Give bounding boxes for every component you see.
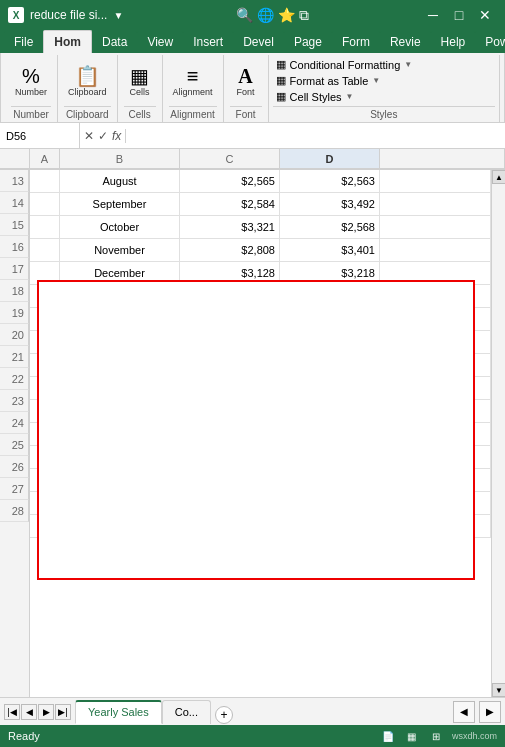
co-tab-label: Co... xyxy=(175,706,198,718)
tab-revie[interactable]: Revie xyxy=(380,31,431,53)
cancel-formula-button[interactable]: ✕ xyxy=(84,129,94,143)
status-page-icon[interactable]: 📄 xyxy=(380,728,396,744)
row-header-26[interactable]: 26 xyxy=(0,456,29,478)
row-header-15[interactable]: 15 xyxy=(0,214,29,236)
tab-nav-first-button[interactable]: |◀ xyxy=(4,704,20,720)
number-label: Number xyxy=(15,87,47,97)
row-header-20[interactable]: 20 xyxy=(0,324,29,346)
tab-nav-prev-button[interactable]: ◀ xyxy=(21,704,37,720)
tab-data[interactable]: Data xyxy=(92,31,137,53)
tab-nav-last-button[interactable]: ▶| xyxy=(55,704,71,720)
col-header-d[interactable]: D xyxy=(280,149,380,169)
tab-nav-next-button[interactable]: ▶ xyxy=(38,704,54,720)
spreadsheet: A B C D 13 14 15 16 17 18 19 20 21 22 23… xyxy=(0,149,505,697)
row-header-18[interactable]: 18 xyxy=(0,280,29,302)
cell-rest-15[interactable] xyxy=(380,216,491,238)
tab-page[interactable]: Page xyxy=(284,31,332,53)
tab-help[interactable]: Help xyxy=(431,31,476,53)
scroll-up-button[interactable]: ▲ xyxy=(492,170,505,184)
cell-a14[interactable] xyxy=(30,193,60,215)
yearly-sales-tab-label: Yearly Sales xyxy=(88,706,149,718)
cell-a15[interactable] xyxy=(30,216,60,238)
row-header-16[interactable]: 16 xyxy=(0,236,29,258)
row-header-19[interactable]: 19 xyxy=(0,302,29,324)
row-header-25[interactable]: 25 xyxy=(0,434,29,456)
format-table-dropdown-icon: ▼ xyxy=(372,76,380,85)
tab-file[interactable]: File xyxy=(4,31,43,53)
status-text: Ready xyxy=(8,730,40,742)
conditional-formatting-button[interactable]: ▦ Conditional Formatting ▼ xyxy=(273,57,495,72)
tab-insert[interactable]: Insert xyxy=(183,31,233,53)
tab-form[interactable]: Form xyxy=(332,31,380,53)
cell-b14[interactable]: September xyxy=(60,193,180,215)
clipboard-group-label: Clipboard xyxy=(64,106,111,122)
col-header-a[interactable]: A xyxy=(30,149,60,169)
cell-d13[interactable]: $2,563 xyxy=(280,170,380,192)
conditional-format-icon: ▦ xyxy=(276,58,286,71)
tab-view[interactable]: View xyxy=(137,31,183,53)
chart-box[interactable] xyxy=(37,280,475,580)
row-header-24[interactable]: 24 xyxy=(0,412,29,434)
close-button[interactable]: ✕ xyxy=(473,3,497,27)
name-box[interactable]: D56 xyxy=(0,123,80,148)
row-header-27[interactable]: 27 xyxy=(0,478,29,500)
tab-home[interactable]: Hom xyxy=(43,30,92,53)
scrollbar-track[interactable] xyxy=(492,184,505,683)
number-format-button[interactable]: % Number xyxy=(11,65,51,98)
format-as-table-button[interactable]: ▦ Format as Table ▼ xyxy=(273,73,495,88)
tab-scroll-right-button[interactable]: ▶ xyxy=(479,701,501,723)
status-layout-icon[interactable]: ⊞ xyxy=(428,728,444,744)
cells-icon: ▦ xyxy=(130,66,149,86)
cell-c13[interactable]: $2,565 xyxy=(180,170,280,192)
row-header-23[interactable]: 23 xyxy=(0,390,29,412)
alignment-button[interactable]: ≡ Alignment xyxy=(169,65,217,98)
col-header-c[interactable]: C xyxy=(180,149,280,169)
cell-rest-13[interactable] xyxy=(380,170,491,192)
tab-scroll-left-button[interactable]: ◀ xyxy=(453,701,475,723)
col-headers-row: A B C D xyxy=(0,149,505,170)
row-header-14[interactable]: 14 xyxy=(0,192,29,214)
ribbon-group-styles: ▦ Conditional Formatting ▼ ▦ Format as T… xyxy=(269,55,500,122)
col-header-b[interactable]: B xyxy=(60,149,180,169)
cell-b16[interactable]: November xyxy=(60,239,180,261)
insert-function-button[interactable]: fx xyxy=(112,129,121,143)
title-bar-dropdown-icon[interactable]: ▼ xyxy=(113,10,123,21)
font-group-label: Font xyxy=(230,106,262,122)
cells-button[interactable]: ▦ Cells xyxy=(124,65,156,98)
cell-b15[interactable]: October xyxy=(60,216,180,238)
row-header-28[interactable]: 28 xyxy=(0,500,29,522)
add-sheet-button[interactable]: + xyxy=(215,706,233,724)
row-header-21[interactable]: 21 xyxy=(0,346,29,368)
sheet-tab-co[interactable]: Co... xyxy=(162,700,211,724)
title-bar-search: 🔍 🌐 ⭐ ⧉ xyxy=(236,7,309,24)
percent-icon: % xyxy=(22,66,40,86)
title-bar-left: X reduce file si... ▼ xyxy=(8,7,123,23)
cell-d15[interactable]: $2,568 xyxy=(280,216,380,238)
cell-c15[interactable]: $3,321 xyxy=(180,216,280,238)
tab-powe[interactable]: Powe xyxy=(475,31,505,53)
maximize-button[interactable]: □ xyxy=(447,3,471,27)
cell-rest-16[interactable] xyxy=(380,239,491,261)
cell-d14[interactable]: $3,492 xyxy=(280,193,380,215)
cell-d16[interactable]: $3,401 xyxy=(280,239,380,261)
status-grid-icon[interactable]: ▦ xyxy=(404,728,420,744)
cell-c16[interactable]: $2,808 xyxy=(180,239,280,261)
cell-a16[interactable] xyxy=(30,239,60,261)
cell-a13[interactable] xyxy=(30,170,60,192)
formula-input[interactable] xyxy=(126,130,505,142)
row-header-13[interactable]: 13 xyxy=(0,170,29,192)
minimize-button[interactable]: ─ xyxy=(421,3,445,27)
cell-b13[interactable]: August xyxy=(60,170,180,192)
sheet-tab-yearly-sales[interactable]: Yearly Sales xyxy=(75,700,162,724)
cell-c14[interactable]: $2,584 xyxy=(180,193,280,215)
corner-cell xyxy=(0,149,30,169)
font-button[interactable]: A Font xyxy=(230,65,262,98)
cell-styles-button[interactable]: ▦ Cell Styles ▼ xyxy=(273,89,495,104)
accept-formula-button[interactable]: ✓ xyxy=(98,129,108,143)
row-header-17[interactable]: 17 xyxy=(0,258,29,280)
cell-rest-14[interactable] xyxy=(380,193,491,215)
clipboard-button[interactable]: 📋 Clipboard xyxy=(64,65,111,98)
row-header-22[interactable]: 22 xyxy=(0,368,29,390)
tab-devel[interactable]: Devel xyxy=(233,31,284,53)
scroll-down-button[interactable]: ▼ xyxy=(492,683,505,697)
